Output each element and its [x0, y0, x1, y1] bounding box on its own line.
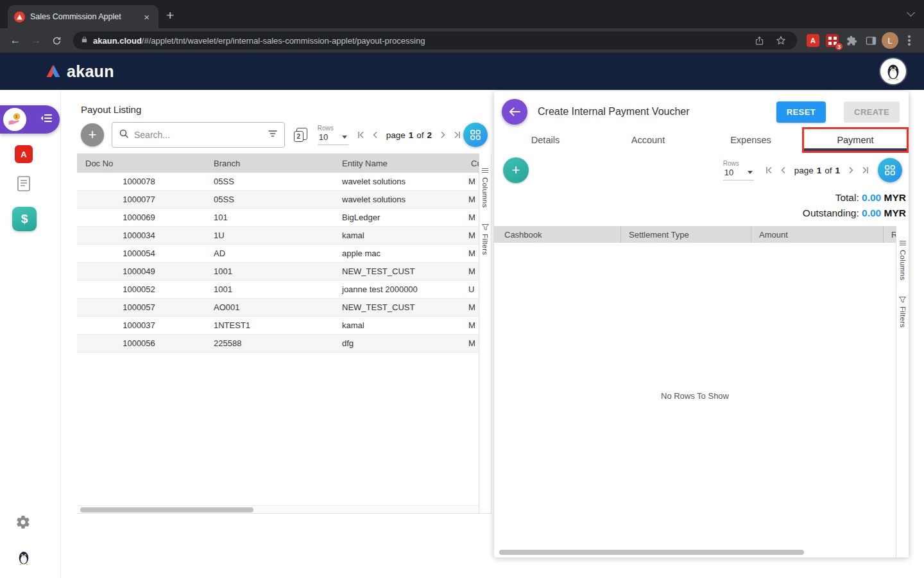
share-icon[interactable] — [751, 32, 767, 49]
table-empty-space — [77, 353, 479, 505]
table-row[interactable]: 1000057AO001NEW_TEST_CUSTM — [77, 299, 479, 317]
last-page-icon[interactable] — [450, 128, 463, 142]
tab-details[interactable]: Details — [494, 127, 597, 153]
forward-nav-icon[interactable]: → — [27, 31, 45, 49]
sidebar-item-pdf-applet[interactable]: A — [15, 145, 33, 166]
horizontal-scrollbar-thumb[interactable] — [80, 507, 253, 512]
filters-tool-button[interactable]: Filters — [481, 224, 489, 255]
voucher-title: Create Internal Payment Voucher — [538, 106, 690, 118]
new-tab-button[interactable]: + — [166, 8, 174, 23]
extension-badged-icon[interactable]: 3 — [824, 32, 841, 49]
chevron-down-icon — [748, 171, 753, 174]
rows-per-page-select[interactable]: Rows 10 — [318, 125, 348, 145]
outstanding-value: 0.00 — [862, 207, 881, 218]
sidebar-penguin-icon[interactable] — [15, 549, 32, 568]
tab-payment[interactable]: Payment — [802, 127, 909, 153]
app-header: akaun — [0, 53, 924, 90]
extensions-puzzle-icon[interactable] — [843, 32, 860, 49]
sidebar-item-payout-expanded[interactable] — [0, 105, 60, 134]
apps-grid-icon[interactable] — [463, 123, 488, 147]
url-bar[interactable]: akaun.cloud/#/applet/tnt/wavelet/erp/int… — [73, 31, 797, 49]
columns-tool-button[interactable]: Columns — [899, 240, 907, 280]
browser-menu-icon[interactable] — [901, 32, 918, 49]
tab-close-icon[interactable]: × — [141, 11, 152, 23]
payout-controls: + 2 Rows — [77, 120, 492, 150]
add-payout-button[interactable]: + — [81, 123, 104, 146]
page-title: Payout Listing — [81, 104, 492, 115]
pages-duplicate-icon[interactable]: 2 — [294, 128, 307, 142]
filters-tool-button[interactable]: Filters — [899, 297, 907, 328]
payment-rows-per-page-select[interactable]: Rows 10 — [723, 160, 754, 180]
column-header-settlement-type[interactable]: Settlement Type — [620, 226, 751, 243]
column-header-currency[interactable]: Cu — [459, 159, 479, 168]
extension-badge: 3 — [835, 42, 843, 51]
back-button[interactable] — [502, 99, 527, 125]
payment-pagination: page1of1 — [763, 163, 871, 177]
table-row[interactable]: 1000056225588dfgM — [77, 335, 479, 353]
column-header-amount[interactable]: Amount — [751, 226, 883, 243]
table-row[interactable]: 10000521001joanne test 2000000U — [77, 281, 479, 299]
table-row[interactable]: 100007705SSwavelet solutionsM — [77, 191, 479, 209]
total-line: Total: 0.00 MYR — [494, 190, 906, 206]
tab-search-chevron-icon[interactable] — [907, 8, 915, 17]
chevron-down-icon — [342, 136, 347, 139]
user-avatar-penguin[interactable] — [880, 58, 906, 84]
empty-table-body: No Rows To Show — [494, 243, 896, 548]
collapse-menu-icon — [40, 114, 52, 125]
bookmark-star-icon[interactable] — [773, 32, 789, 49]
payout-table: Doc No Branch Entity Name Cu 100007805SS… — [77, 153, 492, 514]
sidebar-item-sales-commission-applet[interactable]: $ — [12, 207, 37, 231]
create-voucher-panel: Create Internal Payment Voucher RESET CR… — [494, 91, 909, 557]
add-payment-line-button[interactable]: + — [503, 157, 529, 183]
last-page-icon[interactable] — [859, 163, 871, 177]
page-indicator: page1of1 — [794, 166, 840, 175]
voucher-header: Create Internal Payment Voucher RESET CR… — [494, 91, 909, 126]
extension-red-icon[interactable]: A — [805, 32, 821, 49]
tab-account[interactable]: Account — [597, 127, 699, 153]
table-row[interactable]: 1000069101BigLedgerM — [77, 209, 479, 227]
search-input[interactable] — [134, 130, 262, 140]
create-button[interactable]: CREATE — [844, 101, 900, 123]
sidebar-item-document-applet[interactable] — [17, 175, 31, 195]
akaun-logo-icon — [45, 64, 62, 79]
first-page-icon[interactable] — [763, 163, 776, 177]
tab-title: Sales Commission Applet — [30, 12, 136, 21]
apps-grid-icon[interactable] — [878, 158, 902, 182]
payout-pagination: page1of2 — [355, 128, 463, 142]
prev-page-icon[interactable] — [369, 128, 382, 142]
horizontal-scrollbar-thumb[interactable] — [499, 550, 804, 555]
payout-applet-icon — [3, 108, 26, 131]
back-nav-icon[interactable]: ← — [6, 31, 24, 49]
tab-favicon-icon — [14, 12, 25, 22]
refresh-icon[interactable] — [47, 31, 65, 49]
search-icon — [119, 128, 129, 141]
side-panel-icon[interactable] — [862, 32, 879, 49]
settings-gear-icon[interactable] — [15, 514, 31, 532]
column-header-cashbook[interactable]: Cashbook — [494, 226, 620, 243]
table-row[interactable]: 1000054ADapple macM — [77, 245, 479, 263]
reset-button[interactable]: RESET — [776, 101, 826, 123]
next-page-icon[interactable] — [436, 128, 449, 142]
logo-text: akaun — [67, 62, 114, 81]
column-header-reference[interactable]: Re — [883, 226, 896, 243]
table-row[interactable]: 10000341UkamalM — [77, 227, 479, 245]
filter-list-icon[interactable] — [268, 129, 278, 141]
column-header-doc-no[interactable]: Doc No — [77, 159, 201, 168]
next-page-icon[interactable] — [844, 163, 857, 177]
search-box — [112, 122, 285, 148]
akaun-logo: akaun — [45, 62, 114, 81]
prev-page-icon[interactable] — [777, 163, 790, 177]
payment-table: Cashbook Settlement Type Amount Re No Ro… — [494, 226, 909, 557]
table-row[interactable]: 100007805SSwavelet solutionsM — [77, 173, 479, 191]
column-header-branch[interactable]: Branch — [201, 159, 329, 168]
columns-tool-button[interactable]: Columns — [481, 168, 489, 207]
first-page-icon[interactable] — [355, 128, 368, 142]
column-header-entity-name[interactable]: Entity Name — [329, 159, 459, 168]
table-row[interactable]: 10000371NTEST1kamalM — [77, 317, 479, 335]
browser-tab[interactable]: Sales Commission Applet × — [8, 5, 158, 28]
table-row[interactable]: 10000491001NEW_TEST_CUSTM — [77, 263, 479, 281]
browser-toolbar: ← → akaun.cloud/#/applet/tnt/wavelet/erp… — [0, 28, 924, 53]
tab-expenses[interactable]: Expenses — [699, 127, 802, 153]
browser-profile-avatar[interactable]: L — [882, 32, 898, 49]
url-domain: akaun.cloud — [93, 36, 142, 46]
